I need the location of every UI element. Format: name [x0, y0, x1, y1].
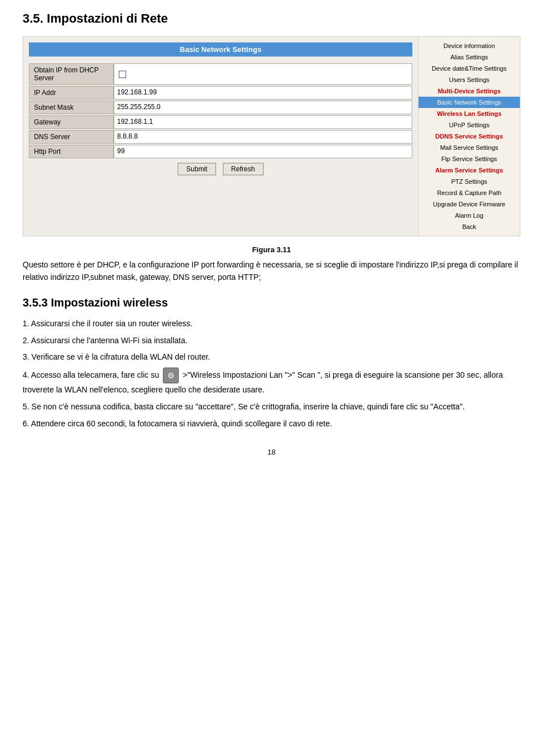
- wireless-settings-icon: ⚙: [163, 368, 179, 383]
- form-checkbox-0[interactable]: [114, 63, 412, 85]
- form-value-1: 192.168.1.99: [114, 86, 412, 100]
- form-label-2: Subnet Mask: [29, 101, 114, 114]
- sidebar-item-6[interactable]: Wireless Lan Settings: [419, 108, 520, 119]
- submit-button[interactable]: Submit: [178, 163, 216, 175]
- sidebar-item-4[interactable]: Multi-Device Settings: [419, 85, 520, 97]
- list-items-container: 1. Assicurarsi che il router sia un rout…: [23, 317, 520, 431]
- sidebar-item-10[interactable]: Ftp Service Settings: [419, 153, 520, 165]
- sidebar-item-12[interactable]: PTZ Settings: [419, 176, 520, 187]
- form-buttons: Submit Refresh: [29, 163, 412, 175]
- figure-caption: Figura 3.11: [23, 245, 520, 254]
- form-row-0: Obtain IP from DHCP Server: [29, 63, 412, 85]
- form-row-2: Subnet Mask255.255.255.0: [29, 101, 412, 114]
- list-item-5: 5. Se non c'è nessuna codifica, basta cl…: [23, 400, 520, 414]
- sidebar-item-1[interactable]: Alias Settings: [419, 51, 520, 63]
- body-text: Questo settore è per DHCP, e la configur…: [23, 258, 520, 284]
- list-item-6: 6. Attendere circa 60 secondi, la fotoca…: [23, 417, 520, 431]
- sidebar-item-0[interactable]: Device information: [419, 40, 520, 51]
- sidebar-item-9[interactable]: Mail Service Settings: [419, 142, 520, 153]
- sidebar-item-16[interactable]: Back: [419, 221, 520, 232]
- figure-container: Basic Network Settings Obtain IP from DH…: [23, 36, 520, 236]
- sidebar-item-3[interactable]: Users Settings: [419, 74, 520, 85]
- sidebar-item-13[interactable]: Record & Capture Path: [419, 187, 520, 198]
- form-row-3: Gateway192.168.1.1: [29, 115, 412, 129]
- page-number: 18: [23, 448, 520, 456]
- form-value-2: 255.255.255.0: [114, 101, 412, 114]
- form-row-5: Http Port99: [29, 145, 412, 158]
- sidebar-items-container: Device informationAlias SettingsDevice d…: [419, 40, 520, 232]
- form-row-4: DNS Server8.8.8.8: [29, 130, 412, 144]
- checkbox-box-0[interactable]: [119, 71, 126, 78]
- sidebar-item-7[interactable]: UPnP Settings: [419, 119, 520, 131]
- list-item-2: 2. Assicurarsi che l'antenna Wi-Fi sia i…: [23, 334, 520, 348]
- form-label-0: Obtain IP from DHCP Server: [29, 63, 114, 85]
- sidebar: Device informationAlias SettingsDevice d…: [418, 37, 520, 236]
- refresh-button[interactable]: Refresh: [223, 163, 264, 175]
- sidebar-item-15[interactable]: Alarm Log: [419, 210, 520, 221]
- list-item-1: 1. Assicurarsi che il router sia un rout…: [23, 317, 520, 331]
- list-item-4: 4. Accesso alla telecamera, fare clic su…: [23, 368, 520, 397]
- sidebar-item-11[interactable]: Alarm Service Settings: [419, 165, 520, 176]
- form-value-3: 192.168.1.1: [114, 115, 412, 129]
- sidebar-item-8[interactable]: DDNS Service Settings: [419, 131, 520, 142]
- section-wireless-title: 3.5.3 Impostazioni wireless: [23, 296, 520, 309]
- main-panel: Basic Network Settings Obtain IP from DH…: [23, 37, 418, 236]
- form-label-5: Http Port: [29, 145, 114, 158]
- form-label-4: DNS Server: [29, 130, 114, 144]
- form-label-1: IP Addr: [29, 86, 114, 100]
- panel-title: Basic Network Settings: [29, 42, 412, 57]
- list-item-3: 3. Verificare se vi è la cifratura della…: [23, 351, 520, 364]
- page-title: 3.5. Impostazioni di Rete: [23, 11, 520, 26]
- sidebar-item-14[interactable]: Upgrade Device Firmware: [419, 198, 520, 210]
- form-value-5: 99: [114, 145, 412, 158]
- sidebar-item-5[interactable]: Basic Network Settings: [419, 97, 520, 108]
- form-rows: Obtain IP from DHCP ServerIP Addr192.168…: [29, 63, 412, 158]
- form-label-3: Gateway: [29, 115, 114, 129]
- form-row-1: IP Addr192.168.1.99: [29, 86, 412, 100]
- form-value-4: 8.8.8.8: [114, 130, 412, 144]
- sidebar-item-2[interactable]: Device date&Time Settings: [419, 63, 520, 74]
